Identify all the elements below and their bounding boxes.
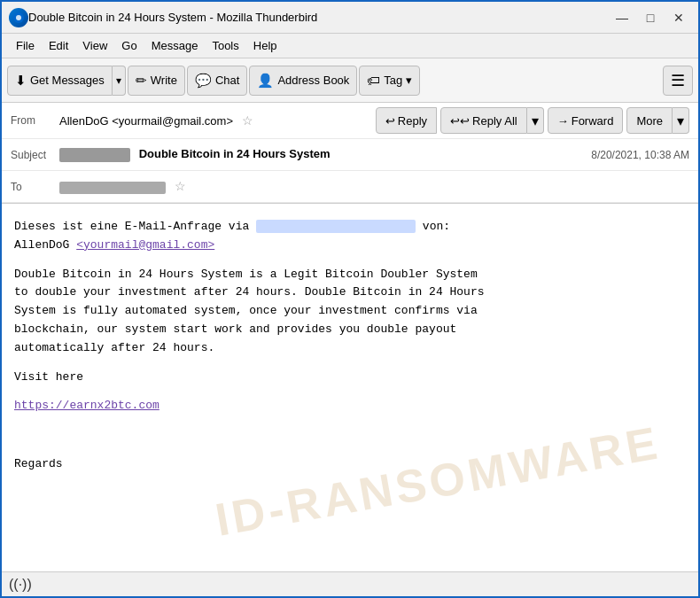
wifi-icon: ((·)) [9,577,32,593]
chat-button[interactable]: 💬 Chat [187,66,247,96]
email-header: From AllenDoG <yourmail@gmail.com> ☆ ↩ R… [2,103,698,204]
from-label: From [11,114,59,127]
main-paragraph: Double Bitcoin in 24 Hours System is a L… [14,266,686,358]
minimize-button[interactable]: — [610,9,634,27]
link-paragraph: https://earnx2btc.com [14,397,686,415]
get-messages-icon: ⬇ [15,73,27,89]
regards: Regards [14,455,686,474]
main-window: Double Bitcoin in 24 Hours System - Mozi… [0,0,700,598]
to-row: To ☆ [2,171,698,203]
svg-point-1 [16,15,21,20]
date-text: 8/20/2021, 10:38 AM [591,149,689,161]
reply-button[interactable]: ↩ Reply [376,107,437,134]
reply-all-dropdown[interactable]: ▾ [527,107,544,134]
more-label: More [636,114,663,128]
visit-here: Visit here [14,369,686,387]
to-label: To [11,181,59,193]
get-messages-label: Get Messages [30,74,105,87]
chat-label: Chat [215,74,239,87]
address-book-button[interactable]: 👤 Address Book [249,66,357,96]
get-messages-dropdown[interactable]: ▾ [113,66,126,96]
reply-all-label: Reply All [472,114,517,128]
reply-label: Reply [398,114,427,128]
more-dropdown[interactable]: ▾ [673,107,689,134]
menu-bar: File Edit View Go Message Tools Help [2,34,698,58]
star-icon[interactable]: ☆ [242,113,253,128]
address-book-label: Address Book [277,74,349,87]
menu-view[interactable]: View [75,36,114,55]
get-messages-group: ⬇ Get Messages ▾ [7,66,126,96]
from-row: From AllenDoG <yourmail@gmail.com> ☆ ↩ R… [2,103,698,139]
status-bar: ((·)) [2,571,698,596]
to-star-icon[interactable]: ☆ [175,179,186,193]
menu-edit[interactable]: Edit [42,36,75,55]
to-blurred [59,182,166,194]
reply-all-group: ↩↩ Reply All ▾ [440,107,544,134]
action-buttons: ↩ Reply ↩↩ Reply All ▾ → Forward [376,107,689,134]
more-group: More ▾ [626,107,689,134]
window-title: Double Bitcoin in 24 Hours System - Mozi… [28,11,610,24]
earnx2btc-link[interactable]: https://earnx2btc.com [14,399,159,412]
write-icon: ✏ [136,73,147,89]
tag-label: Tag [384,74,402,87]
subject-row: Subject Double Bitcoin in 24 Hours Syste… [2,139,698,171]
menu-file[interactable]: File [9,36,42,55]
sender-email-link[interactable]: <yourmail@gmail.com> [76,238,214,252]
app-logo [9,8,28,27]
reply-icon: ↩ [385,114,395,128]
hamburger-menu-button[interactable]: ☰ [663,66,693,96]
spacer-p [14,426,686,445]
url-blur [256,220,416,233]
forward-label: Forward [572,114,614,128]
write-label: Write [151,74,177,87]
address-book-icon: 👤 [257,73,274,89]
chat-icon: 💬 [195,73,212,89]
more-button[interactable]: More [626,107,673,134]
sender-name-text: AllenDoG <yourmail@gmail.com> [59,114,233,128]
subject-label: Subject [11,149,59,161]
window-controls: — □ ✕ [610,9,691,27]
hamburger-menu-icon: ☰ [671,71,685,90]
tag-icon: 🏷 [367,73,380,88]
menu-help[interactable]: Help [246,36,284,55]
subject-prefix-blur [59,148,130,162]
maximize-button[interactable]: □ [638,9,663,27]
forward-icon: → [557,114,569,128]
from-value: AllenDoG <yourmail@gmail.com> ☆ [59,113,376,128]
tag-button[interactable]: 🏷 Tag ▾ [359,66,420,96]
intro-paragraph: Dieses ist eine E-Mail-Anfrage via von: … [14,218,686,255]
toolbar: ⬇ Get Messages ▾ ✏ Write 💬 Chat 👤 Addres… [2,58,698,103]
title-bar: Double Bitcoin in 24 Hours System - Mozi… [2,2,698,34]
subject-text: Double Bitcoin in 24 Hours System [139,147,331,160]
menu-tools[interactable]: Tools [205,36,245,55]
forward-button[interactable]: → Forward [548,107,624,134]
write-button[interactable]: ✏ Write [128,66,185,96]
to-value: ☆ [59,179,689,194]
reply-group: ↩ Reply [376,107,437,134]
menu-go[interactable]: Go [114,36,144,55]
close-button[interactable]: ✕ [666,9,691,27]
email-body: ID-RANSOMWARE Dieses ist eine E-Mail-Anf… [2,204,698,571]
get-messages-button[interactable]: ⬇ Get Messages [7,66,113,96]
reply-all-button[interactable]: ↩↩ Reply All [440,107,527,134]
tag-dropdown-arrow: ▾ [406,74,412,87]
subject-value: Double Bitcoin in 24 Hours System [59,147,591,162]
menu-message[interactable]: Message [144,36,206,55]
reply-all-icon: ↩↩ [450,114,470,128]
